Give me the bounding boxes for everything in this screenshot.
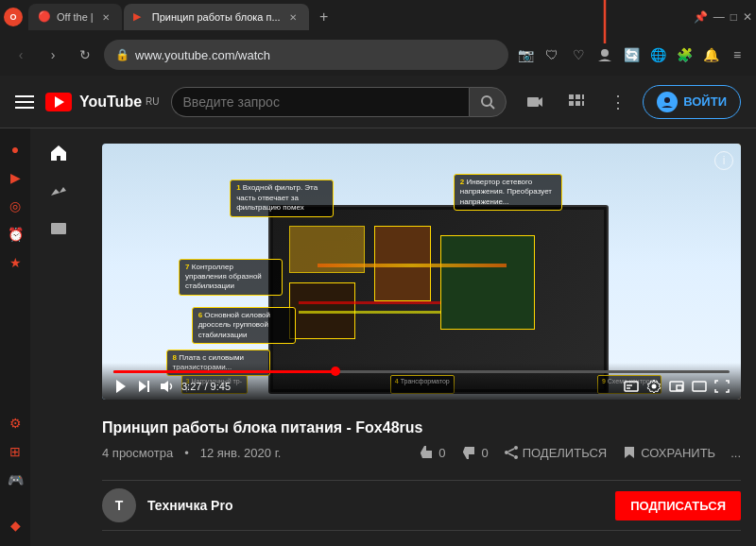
- sync-icon[interactable]: 🔄: [620, 43, 643, 66]
- progress-bar[interactable]: [113, 370, 730, 373]
- youtube-header: YouTubeRU: [0, 76, 756, 128]
- globe-icon[interactable]: 🌐: [646, 43, 669, 66]
- video-info: Принцип работы блока питания - Fox48rus …: [102, 411, 741, 469]
- fullscreen-btn[interactable]: [714, 380, 730, 393]
- next-button[interactable]: [136, 379, 151, 394]
- left-icon-8[interactable]: 🎮: [2, 467, 28, 493]
- sign-in-button[interactable]: ВОЙТИ: [643, 85, 741, 119]
- tab-bar: O 🔴 Off the | ✕ ▶ Принцип работы блока п…: [0, 0, 756, 34]
- sign-in-icon: [657, 92, 678, 112]
- svg-rect-10: [569, 101, 574, 106]
- annotation-7: 7 Контроллер управления образной стабили…: [179, 259, 283, 296]
- svg-point-26: [514, 446, 518, 450]
- svg-marker-15: [116, 380, 126, 393]
- left-icon-5[interactable]: ★: [2, 249, 28, 276]
- yt-logo-text: YouTube: [79, 94, 142, 111]
- sidebar-trending[interactable]: [36, 174, 81, 208]
- notification-icon[interactable]: 🔔: [699, 43, 722, 66]
- tab2-favicon: ▶: [133, 10, 146, 24]
- search-button[interactable]: [469, 87, 507, 117]
- forward-button[interactable]: ›: [40, 42, 66, 68]
- like-count: 0: [438, 446, 445, 460]
- svg-point-28: [514, 455, 518, 459]
- bookmark-icon[interactable]: ♡: [567, 43, 590, 66]
- new-tab-button[interactable]: +: [311, 4, 337, 30]
- lock-icon: 🔒: [115, 48, 129, 61]
- svg-line-29: [508, 449, 514, 452]
- profile-icon[interactable]: [593, 43, 616, 66]
- volume-button[interactable]: [159, 379, 174, 394]
- youtube-logo[interactable]: YouTubeRU: [45, 93, 160, 111]
- pin-icon[interactable]: 📌: [694, 10, 708, 24]
- camera-icon[interactable]: 📷: [514, 43, 537, 66]
- left-icon-3[interactable]: ◎: [2, 193, 28, 219]
- save-label: СОХРАНИТЬ: [641, 446, 715, 460]
- refresh-button[interactable]: ↻: [72, 42, 98, 68]
- progress-filled: [113, 370, 335, 373]
- play-button[interactable]: [113, 379, 129, 394]
- wires-yellow: [299, 311, 440, 314]
- upload-date: 12 янв. 2020 г.: [200, 446, 282, 460]
- maximize-icon[interactable]: □: [730, 10, 737, 24]
- left-icon-6[interactable]: ⚙: [2, 410, 28, 436]
- view-count: 4 просмотра: [102, 446, 173, 460]
- sidebar-subscriptions[interactable]: [36, 212, 81, 246]
- left-extension-panel: ● ▶ ◎ ⏰ ★ ⚙ ⊞ 🎮 ◆: [0, 128, 30, 546]
- url-bar[interactable]: 🔒 www.youtube.com/watch: [104, 40, 508, 70]
- camera-create-btn[interactable]: [518, 85, 552, 119]
- progress-thumb: [331, 367, 340, 376]
- back-button[interactable]: ‹: [8, 42, 34, 68]
- header-icons: ⋮ ВОЙТИ: [518, 85, 741, 119]
- search-input[interactable]: [171, 87, 470, 117]
- tab1-close[interactable]: ✕: [99, 10, 112, 24]
- dislike-button[interactable]: 0: [460, 444, 488, 461]
- tab-1[interactable]: 🔴 Off the | ✕: [28, 4, 122, 30]
- left-icon-4[interactable]: ⏰: [2, 221, 28, 247]
- tab-2[interactable]: ▶ Принцип работы блока п... ✕: [124, 4, 309, 30]
- minimize-icon[interactable]: —: [713, 10, 725, 24]
- info-badge[interactable]: i: [714, 151, 733, 170]
- theater-btn[interactable]: [692, 381, 707, 392]
- svg-rect-11: [576, 101, 580, 106]
- tab2-close[interactable]: ✕: [286, 10, 300, 24]
- more-button[interactable]: ...: [730, 446, 741, 460]
- sidebar-home[interactable]: [36, 136, 81, 170]
- channel-name[interactable]: Техничка Pro: [147, 498, 232, 513]
- extension-icon[interactable]: O: [4, 8, 23, 26]
- shield-icon[interactable]: 🛡: [541, 43, 563, 66]
- miniplayer-btn[interactable]: [669, 381, 684, 392]
- svg-rect-24: [677, 385, 682, 390]
- menu-icon[interactable]: ≡: [726, 43, 748, 66]
- extension-icon2[interactable]: 🧩: [673, 43, 696, 66]
- svg-marker-16: [139, 381, 146, 392]
- address-icons: 📷 🛡 ♡ 🔄 🌐 🧩 🔔 ≡: [514, 43, 748, 66]
- like-button[interactable]: 0: [418, 444, 445, 461]
- subtitles-btn[interactable]: [624, 381, 639, 392]
- share-button[interactable]: ПОДЕЛИТЬСЯ: [504, 445, 607, 460]
- left-icon-7[interactable]: ⊞: [2, 438, 28, 465]
- wires: [318, 264, 507, 267]
- left-icon-1[interactable]: ●: [2, 136, 28, 162]
- browser-window: O 🔴 Off the | ✕ ▶ Принцип работы блока п…: [0, 0, 756, 546]
- yt-main: 1 Входной фильтр. Эта часть отвечает за …: [87, 128, 756, 546]
- svg-rect-19: [625, 382, 638, 391]
- video-player[interactable]: 1 Входной фильтр. Эта часть отвечает за …: [102, 144, 741, 400]
- apps-btn[interactable]: [559, 85, 593, 119]
- close-icon[interactable]: ✕: [743, 10, 752, 24]
- svg-point-22: [652, 384, 657, 389]
- address-bar: ‹ › ↻ 🔒 www.youtube.com/watch 📷 🛡 ♡: [0, 34, 756, 76]
- psu-block-3: [440, 235, 535, 330]
- left-icon-2[interactable]: ▶: [2, 164, 28, 191]
- left-icon-bottom[interactable]: ◆: [2, 512, 28, 538]
- channel-row: Т Техничка Pro ПОДПИСАТЬСЯ: [102, 480, 741, 531]
- more-options-btn[interactable]: ⋮: [601, 85, 635, 119]
- annotation-2: 2 Инвертор сетевого напряжения. Преобраз…: [454, 174, 562, 211]
- settings-btn[interactable]: [646, 379, 662, 394]
- channel-avatar[interactable]: Т: [102, 488, 136, 522]
- svg-rect-25: [693, 382, 706, 391]
- save-button[interactable]: СОХРАНИТЬ: [622, 445, 715, 460]
- search-bar[interactable]: [171, 87, 507, 117]
- hamburger-menu[interactable]: [15, 95, 34, 109]
- subscribe-button[interactable]: ПОДПИСАТЬСЯ: [615, 491, 741, 520]
- video-controls: 3:27 / 9:45: [102, 363, 741, 400]
